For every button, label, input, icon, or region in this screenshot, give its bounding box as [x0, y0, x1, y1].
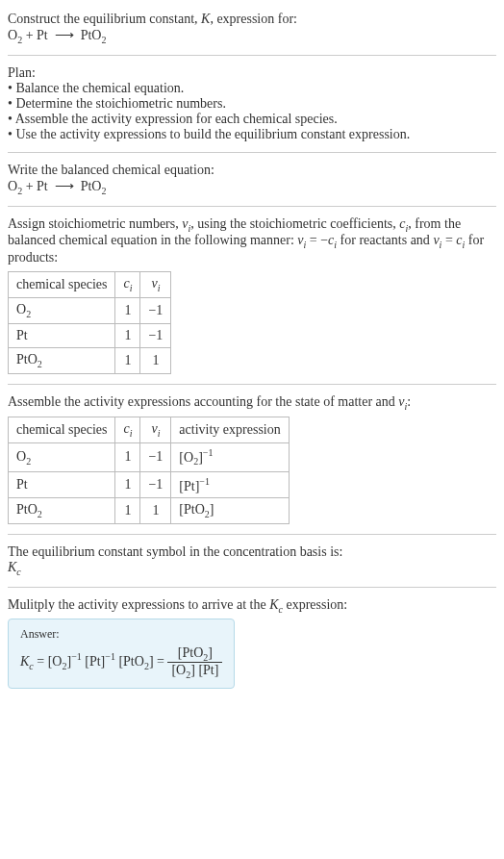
table-row: O2 1 −1 [O2]−1: [9, 443, 290, 471]
activity-table: chemical species ci νi activity expressi…: [8, 417, 290, 524]
cell-c: 1: [115, 471, 140, 498]
col-c: ci: [115, 272, 140, 298]
col-c: ci: [115, 417, 140, 443]
cell-activity: [O2]−1: [171, 443, 289, 471]
cell-c: 1: [115, 297, 140, 323]
answer-lhs: Kc = [O2]−1 [Pt]−1 [PtO2] =: [20, 654, 167, 669]
cell-v: −1: [140, 443, 171, 471]
table-row: O2 1 −1: [9, 297, 171, 323]
answer-fraction: [PtO2] [O2] [Pt]: [167, 645, 222, 681]
divider: [8, 206, 496, 207]
cell-v: −1: [140, 471, 171, 498]
kc-symbol-title: The equilibrium constant symbol in the c…: [8, 544, 496, 560]
answer-denominator: [O2] [Pt]: [167, 663, 222, 680]
balanced-section: Write the balanced chemical equation: O2…: [8, 157, 496, 202]
kc-symbol: Kc: [8, 560, 496, 577]
plan-item-0: • Balance the chemical equation.: [8, 81, 496, 96]
k-variable: K: [201, 12, 210, 26]
col-species: chemical species: [9, 272, 115, 298]
plan-section: Plan: • Balance the chemical equation. •…: [8, 60, 496, 148]
divider: [8, 587, 496, 588]
table-header-row: chemical species ci νi activity expressi…: [9, 417, 290, 443]
balanced-title: Write the balanced chemical equation:: [8, 163, 496, 178]
divider: [8, 384, 496, 385]
cell-species: PtO2: [9, 498, 115, 524]
answer-label: Answer:: [20, 627, 222, 642]
table-row: PtO2 1 1 [PtO2]: [9, 498, 290, 524]
cell-c: 1: [115, 323, 140, 347]
answer-numerator: [PtO2]: [167, 645, 222, 664]
cell-species: O2: [9, 297, 115, 323]
cell-activity: [PtO2]: [171, 498, 289, 524]
cell-species: Pt: [9, 323, 115, 347]
stoich-intro: Assign stoichiometric numbers, νi, using…: [8, 216, 496, 266]
activity-section: Assemble the activity expressions accoun…: [8, 389, 496, 531]
activity-intro: Assemble the activity expressions accoun…: [8, 394, 496, 412]
plan-item-3: • Use the activity expressions to build …: [8, 127, 496, 142]
answer-expression: Kc = [O2]−1 [Pt]−1 [PtO2] = [PtO2] [O2] …: [20, 645, 222, 681]
plan-title: Plan:: [8, 65, 496, 81]
prompt-text-2: , expression for:: [210, 12, 297, 26]
multiply-section: Mulitply the activity expressions to arr…: [8, 592, 496, 695]
cell-species: Pt: [9, 471, 115, 498]
col-species: chemical species: [9, 417, 115, 443]
kc-symbol-section: The equilibrium constant symbol in the c…: [8, 539, 496, 583]
prompt-equation: O2 + Pt ⟶ PtO2: [8, 27, 496, 45]
table-row: Pt 1 −1: [9, 323, 171, 347]
cell-c: 1: [115, 443, 140, 471]
divider: [8, 534, 496, 535]
plan-item-1: • Determine the stoichiometric numbers.: [8, 96, 496, 112]
col-v: νi: [140, 272, 171, 298]
table-row: PtO2 1 1: [9, 347, 171, 373]
prompt-section: Construct the equilibrium constant, K, e…: [8, 6, 496, 51]
cell-species: O2: [9, 443, 115, 471]
cell-v: −1: [140, 297, 171, 323]
table-row: Pt 1 −1 [Pt]−1: [9, 471, 290, 498]
prompt-text-1: Construct the equilibrium constant,: [8, 12, 201, 26]
col-activity: activity expression: [171, 417, 289, 443]
divider: [8, 152, 496, 153]
prompt-line: Construct the equilibrium constant, K, e…: [8, 12, 496, 27]
stoich-section: Assign stoichiometric numbers, νi, using…: [8, 211, 496, 380]
divider: [8, 55, 496, 56]
col-v: νi: [140, 417, 171, 443]
cell-activity: [Pt]−1: [171, 471, 289, 498]
answer-box: Answer: Kc = [O2]−1 [Pt]−1 [PtO2] = [PtO…: [8, 619, 235, 690]
stoich-table: chemical species ci νi O2 1 −1 Pt 1 −1 P…: [8, 271, 171, 373]
table-header-row: chemical species ci νi: [9, 272, 171, 298]
cell-v: 1: [140, 347, 171, 373]
cell-v: 1: [140, 498, 171, 524]
cell-c: 1: [115, 498, 140, 524]
multiply-title: Mulitply the activity expressions to arr…: [8, 597, 496, 615]
balanced-equation: O2 + Pt ⟶ PtO2: [8, 178, 496, 196]
cell-c: 1: [115, 347, 140, 373]
cell-species: PtO2: [9, 347, 115, 373]
cell-v: −1: [140, 323, 171, 347]
plan-item-2: • Assemble the activity expression for e…: [8, 112, 496, 127]
